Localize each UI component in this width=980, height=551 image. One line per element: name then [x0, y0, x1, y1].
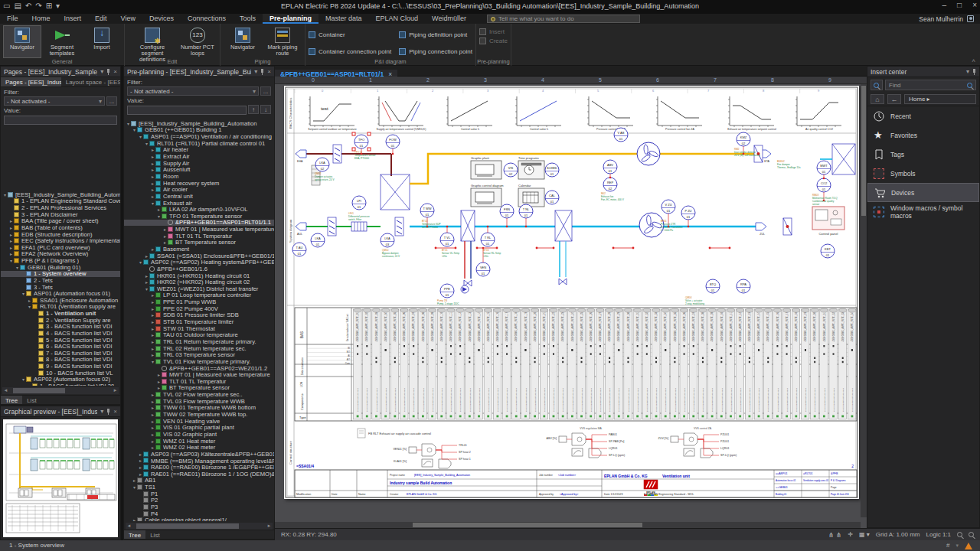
logic-scale[interactable]: Logic 1:1	[926, 531, 951, 538]
tree-item[interactable]: 1 - Ventilation unit	[1, 310, 120, 317]
segment-templates-button[interactable]: Segment templates	[43, 25, 81, 58]
container-button[interactable]: Container	[309, 28, 391, 42]
tree-item[interactable]: &PFB++GEB01==ASP02=WEZ01/1.2	[124, 365, 274, 372]
tree-item[interactable]: ▸TAU 01 Outdoor temperature	[124, 332, 274, 339]
instrument-bubble[interactable]: CAL01	[545, 191, 559, 204]
tab-tree[interactable]: Tree	[1, 396, 22, 404]
ribbon-tab-weidm-ller[interactable]: Weidmüller	[425, 14, 473, 24]
tree-item[interactable]: ▸VIS 02 Graphic plant	[124, 431, 274, 438]
ribbon-tab-home[interactable]: Home	[25, 14, 57, 24]
tree-item[interactable]: ▾GEB01 (++GEB01) Building 1	[124, 127, 274, 134]
tree-item[interactable]: ▸TLT 01 TL Temperatur	[124, 378, 274, 385]
drawing-canvas[interactable]: 0123456789 BACS CharacteristicsSystem di…	[275, 77, 867, 528]
tree-item[interactable]: ▾RLT01 (Ventilation supply are	[1, 304, 120, 311]
instrument-bubble[interactable]: MWT01	[817, 161, 831, 174]
tree-item[interactable]: 7 - BACS function list VDI	[1, 350, 120, 357]
tree-item[interactable]: 1 - BACS function list VDI 38	[1, 383, 120, 386]
tree-item[interactable]: ▸VIS 01 Graphic partial plant	[124, 424, 274, 431]
tree-item[interactable]: ▸WMZ 01 Heat meter	[124, 438, 274, 445]
tab-tree[interactable]: Tree	[124, 530, 145, 539]
tree-item[interactable]: ▾ASP01 (==ASP01) Ventilation / air condi…	[124, 133, 274, 140]
instrument-bubble[interactable]: LKA03	[381, 233, 394, 247]
back-icon[interactable]: ←	[887, 94, 901, 104]
tree-item[interactable]: ▸EDB (Structure description)	[1, 231, 120, 238]
find-input[interactable]: Find	[885, 80, 976, 90]
tree-item[interactable]: P4	[124, 510, 274, 517]
pin-icon[interactable]	[260, 69, 264, 75]
tree-item[interactable]: ▸Extract Air	[124, 153, 274, 160]
tree-item[interactable]: ▸EFA1 (PLC card overview)	[1, 244, 120, 251]
tree-item[interactable]: ▸TWW 02 Temperature WWB top.	[124, 411, 274, 418]
ribbon-tab-devices[interactable]: Devices	[142, 14, 181, 24]
value-input[interactable]	[4, 116, 117, 125]
tree-item[interactable]: &PFB++GEB01/1.6	[124, 266, 274, 272]
tree-item[interactable]: P3	[124, 504, 274, 510]
tree-item[interactable]: ▸LP 01 Loop temperature controller	[124, 292, 274, 299]
instrument-bubble[interactable]: T AU01	[292, 243, 306, 256]
tree-item[interactable]: ▸SSA01 (=SSA01) Enclosure&PFB++GEB01/1.1	[124, 253, 274, 259]
tree-item[interactable]: ▸STB 01 Temperature limiter	[124, 318, 274, 325]
navigator-button[interactable]: Navigator	[224, 25, 262, 58]
tree-item[interactable]: ▸BAA (Title page / cover sheet)	[1, 218, 120, 225]
crosshair-icon[interactable]: ✛	[848, 531, 853, 538]
warning-icon[interactable]	[965, 543, 972, 549]
instrument-bubble[interactable]: T VL01	[440, 233, 454, 246]
tree-item[interactable]: 10 - BACS function list VL	[1, 370, 120, 377]
insert-center-item-tags[interactable]: Tags	[867, 145, 979, 164]
instrument-bubble[interactable]: P ZU01	[681, 206, 695, 220]
zoom-in-icon[interactable]	[969, 532, 974, 537]
tree-item[interactable]: ▸TRL 02 Return temperature sec.	[124, 345, 274, 352]
panel-dropdown-icon[interactable]: ▾	[100, 406, 103, 417]
tree-item[interactable]: ▸TRL 01 Return temperature primary.	[124, 338, 274, 345]
tree-item[interactable]: ▸PPE 01 Pump WWB	[124, 298, 274, 305]
ribbon-tab-file[interactable]: File	[0, 14, 25, 24]
instrument-bubble[interactable]: KBT01	[821, 244, 835, 258]
instrument-bubble[interactable]: T RL01	[481, 233, 495, 246]
zoom-out-icon[interactable]	[957, 532, 962, 537]
tree-item[interactable]: 2 - Tets	[1, 277, 120, 284]
filter-more-button[interactable]: ...	[260, 86, 271, 96]
ribbon-tab-tools[interactable]: Tools	[233, 14, 263, 24]
tree-item[interactable]: ▸SDB 01 Pressure limiter SDB	[124, 312, 274, 319]
tree-item[interactable]: ▸MMBE (==BMS) Management operating level…	[124, 458, 274, 465]
tab-layout-space[interactable]: Layout space - [EES]_Indu...	[61, 77, 120, 86]
tree-item[interactable]: ▾WEZ01 (=WEZ01) District heat transfer	[124, 285, 274, 292]
tree-item[interactable]: 2 - EPLAN Professional Services	[1, 204, 120, 211]
tree-item[interactable]: ▾ASP02 (==ASP02) Heating system&PFB++GEB…	[124, 259, 274, 266]
grid-toggle-icon[interactable]: ▦ ▾	[859, 531, 870, 538]
pages-hscrollbar[interactable]: ◄►	[2, 387, 119, 394]
tree-item[interactable]: ▸RAE01 (==RAE01) Bürozone 1 / 1OG (DEMO)…	[124, 471, 274, 478]
canvas-hscrollbar[interactable]	[275, 522, 861, 528]
insert-center-item-window[interactable]: Window macros / symbol macros	[867, 202, 979, 221]
instrument-bubble[interactable]: VEN01	[476, 262, 490, 276]
tree-item[interactable]: ▾TS1	[124, 484, 274, 491]
instrument-bubble[interactable]: FSN01	[500, 204, 514, 218]
tree-item[interactable]: 1 - System overview	[1, 271, 120, 278]
value-up-button[interactable]: ↑	[248, 105, 259, 114]
tree-item[interactable]: 5 - BACS function list VDI	[1, 337, 120, 344]
preplanning-hscrollbar[interactable]: ◄►	[126, 523, 273, 530]
tree-item[interactable]: ▸Heat recovery system	[124, 180, 274, 187]
user-account[interactable]: Sean Mulherrin	[919, 14, 974, 24]
tree-item[interactable]: ▸TVL 02 Flow temperature sec..	[124, 391, 274, 398]
value-input[interactable]	[127, 106, 247, 115]
container-connection-point-button[interactable]: Container connection point	[309, 45, 391, 59]
tree-item[interactable]: ▸LKA 02 Air damper\0-10V\FOL	[124, 206, 274, 213]
tree-item[interactable]: ▾TVL 01 Flow temperature primary.	[124, 358, 274, 365]
ribbon-tab-eplan-cloud[interactable]: EPLAN Cloud	[369, 14, 426, 24]
tree-item[interactable]: ▸RAE00 (==RAE00) Bürozone 1 /EG&PFB++GEB…	[124, 464, 274, 471]
tree-item[interactable]: ▸PPE 02 Pumpe 400V	[124, 305, 274, 312]
tree-item[interactable]: ▸Basement	[124, 246, 274, 253]
instrument-bubble[interactable]: REP02	[603, 178, 617, 191]
pin-icon[interactable]	[972, 69, 976, 75]
tree-item[interactable]: ▸Aussenluft	[124, 166, 274, 173]
tree-item[interactable]: ▸HKR02 (=HKR02) Heating circuit 02	[124, 279, 274, 285]
close-icon[interactable]: ×	[267, 67, 271, 77]
tree-item[interactable]: ▸BAB (Table of contents)	[1, 224, 120, 231]
instrument-bubble[interactable]: ABV01	[603, 160, 617, 174]
instrument-bubble[interactable]: TFO01	[352, 132, 371, 151]
filter-select[interactable]: - Not activated -▾	[4, 96, 105, 106]
tree-item[interactable]: 4 - BACS function list VDI	[1, 330, 120, 337]
piping-connection-point-button[interactable]: Piping connection point	[399, 45, 472, 59]
instrument-bubble[interactable]: LKA02	[315, 158, 329, 171]
